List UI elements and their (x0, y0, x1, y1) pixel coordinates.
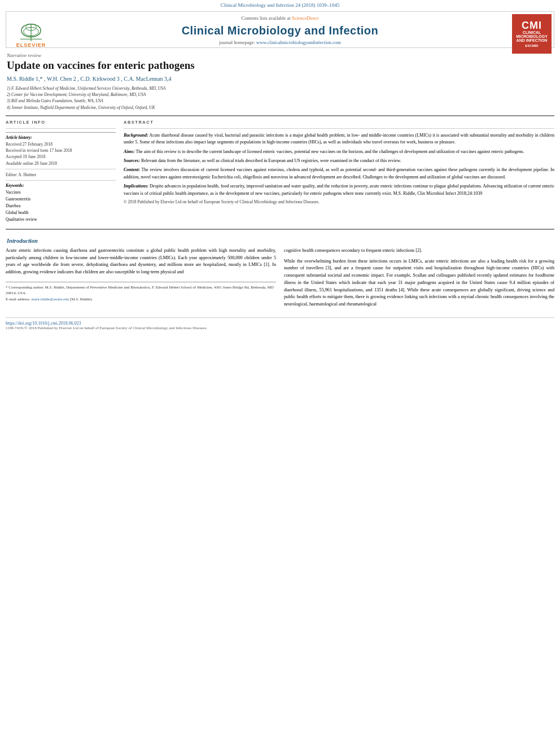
copyright-line: © 2018 Published by Elsevier Ltd on beha… (124, 199, 554, 204)
escmid-bar: ESCMID (514, 43, 549, 48)
aims-head: Aims: (124, 149, 135, 154)
cmi-logo: CMI CLINICAL MICROBIOLOGY AND INFECTION … (512, 14, 552, 54)
escmid-text: ESCMID (525, 44, 538, 47)
keywords-block: Keywords: Vaccines Gastroenteritis Diarr… (6, 180, 116, 223)
abstract-sources: Sources: Relevant data from the literatu… (124, 158, 554, 164)
cmi-subtitle3: AND INFECTION (517, 38, 548, 42)
article-title: Update on vaccines for enteric pathogens (6, 59, 554, 72)
doi-link[interactable]: https://doi.org/10.1016/j.cmi.2018.06.02… (6, 321, 81, 326)
contents-line: Contents lists available at ScienceDirec… (242, 15, 319, 21)
affiliation-4: 4) Jenner Institute, Nuffield Department… (7, 105, 155, 110)
background-head: Background: (124, 133, 148, 138)
bottom-copyright: 1198-743X/© 2018 Published by Elsevier L… (6, 326, 554, 330)
received-revised: Received in revised form 17 June 2018 (6, 147, 116, 154)
intro-left-para1: Acute enteric infections causing diarrho… (6, 247, 276, 276)
keyword-diarrhea: Diarrhea (6, 203, 116, 209)
keyword-qualitative-review: Qualitative review (6, 216, 116, 223)
affiliation-2: 2) Center for Vaccine Development, Unive… (7, 92, 146, 97)
cmi-letters: CMI (522, 20, 542, 30)
implications-body: Despite advances in population health, f… (124, 184, 554, 195)
implications-head: Implications: (124, 184, 148, 189)
editor-block: Editor: A. Huttner (6, 169, 116, 178)
article-info-column: ARTICLE INFO Article history: Received 2… (6, 120, 116, 223)
footnote-star: * Corresponding author. M.S. Riddle, Dep… (6, 285, 276, 296)
affiliation-3: 3) Bill and Melinda Gates Foundation, Se… (7, 98, 103, 103)
footnote-area: * Corresponding author. M.S. Riddle, Dep… (6, 282, 276, 303)
affiliation-1: 1) F. Edward Hébert School of Medicine, … (7, 86, 165, 91)
received-date: Received 27 February 2018 (6, 141, 116, 147)
intro-right-col: cognitive health consequences secondary … (284, 247, 554, 312)
abstract-implications: Implications: Despite advances in popula… (124, 183, 554, 197)
elsevier-tree-svg (14, 20, 48, 42)
background-text: Background: Acute diarrhoeal disease cau… (124, 132, 554, 146)
bottom-bar: https://doi.org/10.1016/j.cmi.2018.06.02… (6, 317, 554, 330)
email-address[interactable]: mark.riddle@usuhs.edu (32, 297, 69, 302)
affiliations: 1) F. Edward Hébert School of Medicine, … (6, 85, 554, 111)
email-label: E-mail address: (6, 297, 30, 302)
aims-body: The aim of this review is to describe th… (135, 149, 524, 154)
intro-columns: Acute enteric infections causing diarrho… (6, 247, 554, 312)
article-info-label: ARTICLE INFO (6, 120, 116, 125)
history-block: Article history: Received 27 February 20… (6, 132, 116, 167)
journal-citation: Clinical Microbiology and Infection 24 (… (221, 2, 339, 8)
content-body: The review involves discussion of curren… (124, 167, 554, 179)
intro-right-para2: While the overwhelming burden from these… (284, 258, 554, 308)
keyword-global-health: Global health (6, 209, 116, 216)
header-divider (6, 115, 554, 116)
info-abstract-section: ARTICLE INFO Article history: Received 2… (6, 120, 554, 223)
main-content: Narrative review Update on vaccines for … (6, 53, 554, 330)
abstract-background: Background: Acute diarrhoeal disease cau… (124, 132, 554, 146)
authors-text: M.S. Riddle 1,* , W.H. Chen 2 , C.D. Kir… (7, 76, 171, 82)
abstract-label: ABSTRACT (124, 120, 554, 125)
keyword-gastroenteritis: Gastroenteritis (6, 196, 116, 203)
sources-text: Sources: Relevant data from the literatu… (124, 158, 554, 164)
available-date: Available online 28 June 2018 (6, 160, 116, 167)
top-reference-bar: Clinical Microbiology and Infection 24 (… (0, 0, 560, 10)
article-type: Narrative review (6, 53, 554, 58)
sciencedirect-link[interactable]: ScienceDirect (292, 15, 319, 21)
abstract-content: Content: The review involves discussion … (124, 167, 554, 181)
cmi-subtitle1: CLINICAL (523, 30, 541, 34)
content-head: Content: (124, 167, 140, 172)
section-divider (6, 229, 554, 230)
editor-name: Editor: A. Huttner (6, 172, 116, 178)
sources-head: Sources: (124, 158, 140, 163)
journal-header: ELSEVIER CMI CLINICAL MICROBIOLOGY AND I… (6, 11, 554, 48)
abstract-aims: Aims: The aim of this review is to descr… (124, 148, 554, 155)
keyword-vaccines: Vaccines (6, 189, 116, 196)
background-body: Acute diarrhoeal disease caused by viral… (124, 133, 554, 145)
implications-text: Implications: Despite advances in popula… (124, 183, 554, 197)
info-divider (6, 128, 116, 129)
introduction-section: Introduction Acute enteric infections ca… (6, 238, 554, 312)
content-text: Content: The review involves discussion … (124, 167, 554, 181)
email-name: (M.S. Riddle). (70, 297, 93, 302)
journal-title: Clinical Microbiology and Infection (182, 24, 379, 37)
authors-line: M.S. Riddle 1,* , W.H. Chen 2 , C.D. Kir… (6, 76, 554, 82)
aims-text: Aims: The aim of this review is to descr… (124, 148, 554, 155)
keywords-label: Keywords: (6, 183, 116, 188)
abstract-column: ABSTRACT Background: Acute diarrhoeal di… (124, 120, 554, 223)
cmi-subtitle2: MICROBIOLOGY (516, 34, 548, 38)
footnote-email-line: E-mail address: mark.riddle@usuhs.edu (M… (6, 296, 276, 303)
homepage-line: journal homepage: www.clinicalmicrobiolo… (219, 40, 341, 45)
elsevier-logo: ELSEVIER (8, 14, 54, 54)
sources-body: Relevant data from the literature, as we… (141, 158, 401, 163)
accepted-date: Accepted 19 June 2018 (6, 154, 116, 160)
intro-right-para1: cognitive health consequences secondary … (284, 247, 554, 255)
elsevier-brand-text: ELSEVIER (16, 42, 46, 48)
intro-heading: Introduction (6, 238, 554, 244)
intro-left-col: Acute enteric infections causing diarrho… (6, 247, 276, 312)
homepage-url[interactable]: www.clinicalmicrobiologyandinfection.com (256, 40, 341, 45)
abstract-divider (124, 128, 554, 129)
history-label: Article history: (6, 135, 116, 140)
